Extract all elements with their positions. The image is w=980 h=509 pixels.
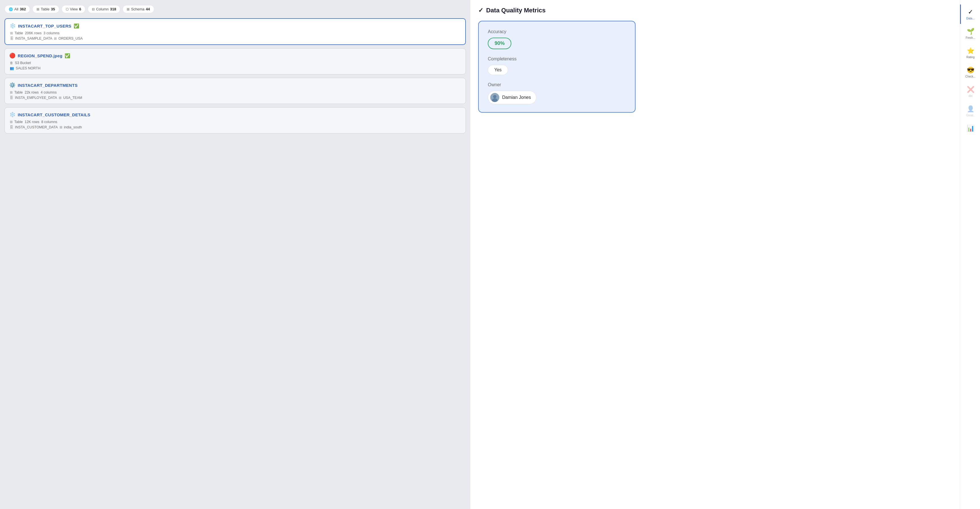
owner-name: Damian Jones [502, 95, 531, 100]
card-meta: ⊞ Table 206K rows 3 columns 🗄 INSTA_SAMP… [10, 31, 461, 40]
db-icon: 🗄 [10, 37, 13, 40]
excel-icon: 📊 [967, 125, 974, 132]
sunglasses-icon: 😎 [967, 67, 974, 74]
card-title-region: REGION_SPEND.jpeg [18, 53, 62, 58]
tab-column-label: Column [96, 7, 109, 11]
metrics-card: Accuracy 90% Completeness Yes Owner Dami… [478, 21, 636, 113]
bucket-icon: 🗑 [10, 61, 13, 65]
result-card-instacart-departments[interactable]: ⚙️ INSTACART_DEPARTMENTS ⊞ Table 22k row… [5, 78, 466, 104]
meta-s3-text: S3 Bucket [15, 61, 31, 65]
tab-view-count: 6 [79, 7, 81, 11]
snowflake-icon: ❄️ [10, 23, 16, 29]
sidebar-item-check[interactable]: 😎 Check... [960, 63, 980, 82]
meta-schema-dept-text: USA_TEAM [63, 96, 82, 100]
meta-row-db-dept: 🗄 INSTA_EMPLOYEE_DATA ⊞ USA_TEAM [10, 96, 461, 100]
team-icon: 👥 [10, 66, 14, 70]
column-icon: ⊟ [92, 7, 95, 11]
left-panel: 🌐 All 362 ⊞ Table 35 ⬡ View 6 ⊟ Column 3… [0, 0, 470, 509]
card-title-dept: INSTACART_DEPARTMENTS [18, 83, 78, 87]
customer-icon: ❄️ [9, 111, 16, 118]
right-panel: ✓ Data Quality Metrics Accuracy 90% Comp… [470, 0, 960, 509]
tab-all[interactable]: 🌐 All 362 [5, 5, 30, 13]
accuracy-section: Accuracy 90% [488, 29, 626, 49]
tab-table-count: 35 [51, 7, 55, 11]
schema-icon: ⊞ [127, 7, 129, 11]
card-meta-region: 🗑 S3 Bucket 👥 SALES NORTH [9, 61, 461, 70]
tab-all-label: All [14, 7, 18, 11]
completeness-label: Completeness [488, 56, 626, 62]
great-icon: 👤 [967, 105, 974, 113]
meta-row-sales: 👥 SALES NORTH [10, 66, 461, 70]
table-icon-dept: ⊞ [10, 91, 13, 94]
right-sidebar: ✓ Data... 🌱 Fresh... ⭐ Rating 😎 Check...… [960, 0, 980, 509]
table-icon: ⊞ [37, 7, 39, 11]
card-title-customer: INSTACART_CUSTOMER_DETAILS [18, 112, 91, 117]
meta-row-table-cust: ⊞ Table 12K rows 8 columns [10, 120, 461, 124]
schema-meta-icon: ⊞ [54, 37, 57, 40]
region-icon: 🔴 [9, 52, 16, 59]
sidebar-label-fresh: Fresh... [966, 36, 975, 39]
tab-column[interactable]: ⊟ Column 318 [88, 5, 121, 13]
tab-table[interactable]: ⊞ Table 35 [32, 5, 59, 13]
star-icon: ⭐ [967, 47, 974, 54]
dept-icon: ⚙️ [9, 82, 16, 88]
sidebar-item-rating[interactable]: ⭐ Rating [960, 43, 980, 63]
accuracy-label: Accuracy [488, 29, 626, 34]
completeness-section: Completeness Yes [488, 56, 626, 75]
meta-table-text: Table 206K rows 3 columns [14, 31, 60, 35]
completeness-value: Yes [488, 65, 508, 75]
owner-avatar [490, 93, 499, 102]
globe-icon: 🌐 [9, 7, 13, 11]
result-card-instacart-customer[interactable]: ❄️ INSTACART_CUSTOMER_DETAILS ⊞ Table 12… [5, 107, 466, 134]
result-card-instacart-top-users[interactable]: ❄️ INSTACART_TOP_USERS ✅ ⊞ Table 206K ro… [5, 18, 466, 45]
sidebar-label-rating: Rating [967, 56, 975, 59]
verified-badge: ✅ [73, 23, 79, 29]
sidebar-item-freshness[interactable]: 🌱 Fresh... [960, 24, 980, 43]
sidebar-label-dbt: dbt [969, 94, 972, 97]
tab-view[interactable]: ⬡ View 6 [62, 5, 86, 13]
sidebar-item-data-quality[interactable]: ✓ Data... [960, 5, 980, 24]
tab-column-count: 318 [110, 7, 116, 11]
tab-schema-label: Schema [131, 7, 145, 11]
owner-label: Owner [488, 82, 626, 87]
card-title: INSTACART_TOP_USERS [18, 24, 72, 29]
meta-db-dept-text: INSTA_EMPLOYEE_DATA [15, 96, 57, 100]
db-icon-dept: 🗄 [10, 96, 13, 100]
sidebar-label-check: Check... [966, 75, 976, 78]
sidebar-item-dbt[interactable]: ❌ dbt [960, 82, 980, 102]
meta-schema-text: ORDERS_USA [59, 37, 83, 40]
sidebar-label-data: Data... [966, 17, 974, 20]
tab-schema[interactable]: ⊞ Schema 44 [123, 5, 154, 13]
sidebar-item-great[interactable]: 👤 Great.. [960, 102, 980, 121]
table-icon-cust: ⊞ [10, 120, 13, 124]
tab-schema-count: 44 [146, 7, 150, 11]
meta-row-db: 🗄 INSTA_SAMPLE_DATA ⊞ ORDERS_USA [10, 37, 461, 40]
panel-header: ✓ Data Quality Metrics [478, 7, 952, 14]
tab-view-label: View [70, 7, 78, 11]
schema-icon-dept: ⊞ [59, 96, 62, 100]
owner-section: Owner Damian Jones [488, 82, 626, 104]
meta-table-dept-text: Table 22k rows 4 columns [14, 91, 57, 94]
accuracy-value: 90% [488, 38, 511, 49]
db-icon-cust: 🗄 [10, 125, 13, 129]
owner-pill: Damian Jones [488, 91, 536, 104]
tab-all-count: 362 [20, 7, 26, 11]
meta-schema-cust-text: india_south [64, 125, 82, 129]
meta-row-db-cust: 🗄 INSTA_CUSTOMER_DATA ⊞ india_south [10, 125, 461, 129]
verified-badge-region: ✅ [65, 53, 70, 59]
filter-tabs: 🌐 All 362 ⊞ Table 35 ⬡ View 6 ⊟ Column 3… [5, 5, 466, 13]
result-card-region-spend[interactable]: 🔴 REGION_SPEND.jpeg ✅ 🗑 S3 Bucket 👥 SALE… [5, 48, 466, 75]
dbt-icon: ❌ [967, 86, 974, 93]
meta-row-s3: 🗑 S3 Bucket [10, 61, 461, 65]
checkmark-icon: ✓ [968, 8, 973, 16]
meta-table-cust-text: Table 12K rows 8 columns [14, 120, 57, 124]
leaf-icon: 🌱 [967, 28, 974, 35]
meta-sales-text: SALES NORTH [16, 66, 40, 70]
meta-row-table: ⊞ Table 206K rows 3 columns [10, 31, 461, 35]
view-icon: ⬡ [66, 7, 68, 11]
meta-row-table-dept: ⊞ Table 22k rows 4 columns [10, 91, 461, 94]
table-meta-icon: ⊞ [10, 31, 13, 35]
check-icon: ✓ [478, 7, 483, 14]
schema-icon-cust: ⊞ [60, 125, 62, 129]
sidebar-item-excel[interactable]: 📊 [960, 121, 980, 137]
